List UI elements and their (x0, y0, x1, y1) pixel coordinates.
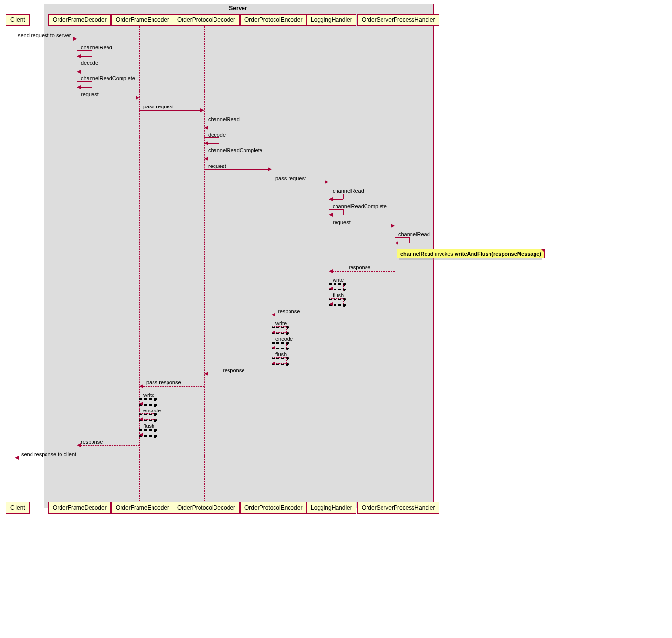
arrow (19, 458, 77, 458)
arrow-head-icon (272, 330, 275, 334)
participant-opd-top: OrderProtocolDecoder (173, 14, 240, 26)
participant-ofe-top: OrderFrameEncoder (111, 14, 173, 26)
arrow (139, 110, 200, 111)
msg-decode: decode (208, 132, 226, 137)
arrow (15, 39, 73, 39)
msg-channelRead: channelRead (398, 231, 430, 237)
participant-osph-bottom: OrderServerProcessHandler (357, 502, 439, 514)
participant-log-bottom: LoggingHandler (306, 502, 356, 514)
arrow-head-icon (329, 287, 333, 290)
arrow-head-icon (272, 361, 275, 365)
lifeline-opd (204, 26, 205, 501)
arrow-head-icon (77, 443, 81, 447)
arrow-head-icon (272, 346, 275, 349)
arrow-head-icon (204, 141, 208, 145)
msg-response: response (349, 264, 370, 270)
arrow-head-icon (139, 402, 143, 406)
arrow (143, 386, 204, 387)
arrow-head-icon (329, 269, 333, 273)
msg-decode: decode (81, 60, 98, 66)
msg-flush: flush (275, 351, 287, 357)
participant-ofd-bottom: OrderFrameDecoder (48, 502, 111, 514)
participant-ofe-bottom: OrderFrameEncoder (111, 502, 173, 514)
arrow (333, 271, 395, 272)
msg-response: response (81, 439, 103, 445)
arrow (329, 226, 391, 226)
msg-channelReadComplete: channelReadComplete (333, 203, 387, 209)
arrow-head-icon (204, 126, 208, 130)
msg-flush: flush (333, 292, 344, 298)
arrow-head-icon (391, 224, 395, 228)
arrow-head-icon (77, 70, 81, 74)
participant-ope-top: OrderProtocolEncoder (240, 14, 306, 26)
msg-encode: encode (275, 336, 293, 342)
arrow (204, 169, 268, 170)
arrow-head-icon (139, 433, 143, 437)
arrow-head-icon (77, 54, 81, 58)
msg-request: request (333, 219, 351, 225)
arrow-head-icon (73, 37, 77, 41)
arrow-head-icon (136, 96, 139, 100)
arrow-head-icon (329, 197, 333, 201)
arrow (77, 98, 136, 98)
lifeline-osph (395, 26, 395, 501)
arrow-head-icon (204, 157, 208, 161)
arrow-head-icon (15, 456, 19, 460)
msg-channelRead: channelRead (333, 188, 364, 194)
msg-send-response: send response to client (21, 451, 76, 457)
arrow (81, 445, 139, 446)
participant-opd-bottom: OrderProtocolDecoder (173, 502, 240, 514)
msg-channelReadComplete: channelReadComplete (81, 76, 135, 81)
msg-response: response (223, 367, 244, 373)
arrow (272, 182, 325, 182)
arrow-head-icon (200, 108, 204, 112)
sequence-diagram: Server Client OrderFrameDecoder OrderFra… (2, 2, 548, 516)
lifeline-client (15, 26, 15, 501)
arrow-head-icon (325, 180, 329, 184)
msg-channelReadComplete: channelReadComplete (208, 147, 262, 153)
msg-response: response (278, 308, 300, 314)
arrow-head-icon (139, 417, 143, 421)
arrow-head-icon (204, 372, 208, 376)
note-text: invokes (433, 251, 454, 257)
msg-request: request (208, 163, 226, 169)
msg-request: request (81, 91, 99, 97)
arrow-head-icon (329, 302, 333, 306)
note-bold-1: channelRead (400, 251, 433, 257)
participant-log-top: LoggingHandler (306, 14, 356, 26)
arrow-head-icon (268, 167, 272, 171)
note-bold-2: writeAndFlush(responseMessage) (455, 251, 541, 257)
arrow-head-icon (329, 213, 333, 217)
msg-write: write (333, 277, 344, 283)
msg-flush: flush (143, 423, 154, 429)
participant-ope-bottom: OrderProtocolEncoder (240, 502, 306, 514)
participant-osph-top: OrderServerProcessHandler (357, 14, 439, 26)
lifeline-ope (272, 26, 272, 501)
arrow-head-icon (139, 384, 143, 388)
participant-client-top: Client (6, 14, 30, 26)
participant-ofd-top: OrderFrameDecoder (48, 14, 111, 26)
msg-pass-response: pass response (146, 380, 181, 385)
msg-channelRead: channelRead (208, 116, 240, 122)
msg-pass-request: pass request (275, 175, 306, 181)
msg-write: write (143, 392, 154, 398)
server-box-title: Server (44, 5, 433, 12)
msg-encode: encode (143, 408, 161, 413)
arrow (208, 374, 272, 374)
msg-pass-request: pass request (143, 104, 174, 109)
arrow-head-icon (272, 313, 275, 317)
arrow-head-icon (77, 85, 81, 89)
note-writeandflush: channelRead invokes writeAndFlush(respon… (397, 249, 545, 258)
arrow (275, 315, 329, 315)
msg-write: write (275, 320, 287, 326)
participant-client-bottom: Client (6, 502, 30, 514)
msg-channelRead: channelRead (81, 45, 112, 50)
lifeline-log (329, 26, 329, 501)
msg-send-request: send request to server (18, 32, 71, 38)
arrow-head-icon (395, 241, 398, 245)
